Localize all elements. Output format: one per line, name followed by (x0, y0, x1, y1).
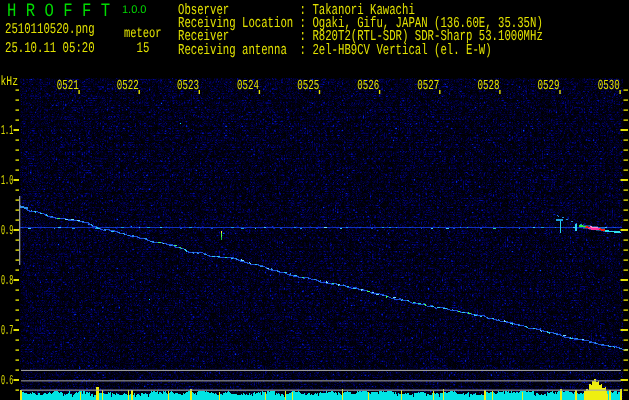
svg-text:Receiving antenna : 2el-HB9CV: Receiving antenna : 2el-HB9CV Vertical (… (178, 42, 492, 59)
svg-text:1.1: 1.1 (1, 125, 13, 141)
svg-text:0526: 0526 (357, 77, 379, 94)
svg-text:25.10.11 05:20: 25.10.11 05:20 (5, 40, 95, 57)
svg-text:2510110520.png: 2510110520.png (5, 22, 95, 39)
svg-text:0530: 0530 (598, 77, 620, 94)
svg-text:0527: 0527 (417, 77, 439, 94)
svg-text:kHz: kHz (1, 74, 19, 90)
svg-text:0.9: 0.9 (1, 225, 13, 241)
svg-text:0.7: 0.7 (1, 325, 13, 341)
svg-text:0.6: 0.6 (1, 375, 13, 391)
svg-text:1.0: 1.0 (1, 175, 13, 191)
svg-text:0529: 0529 (538, 77, 560, 94)
svg-text:H R O F F T: H R O F F T (7, 0, 110, 21)
svg-text:0525: 0525 (297, 77, 319, 94)
svg-text:0523: 0523 (177, 77, 199, 94)
svg-text:0521: 0521 (57, 77, 79, 94)
svg-text:0.8: 0.8 (1, 275, 13, 291)
svg-text:0528: 0528 (477, 77, 499, 94)
svg-text:0524: 0524 (237, 77, 259, 94)
svg-text:15: 15 (137, 40, 150, 57)
svg-text:0522: 0522 (117, 77, 139, 94)
svg-text:1.0.0: 1.0.0 (122, 4, 146, 16)
